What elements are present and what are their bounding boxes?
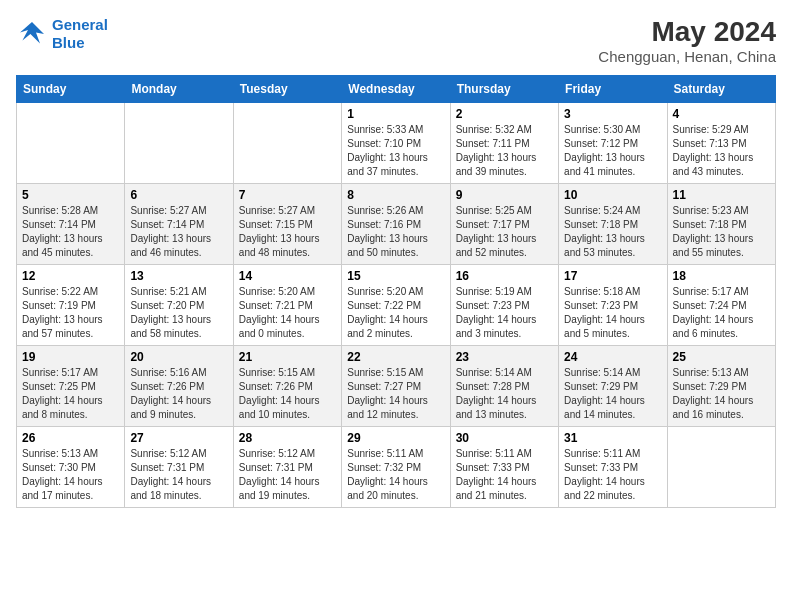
day-number: 10	[564, 188, 661, 202]
calendar-cell: 22Sunrise: 5:15 AM Sunset: 7:27 PM Dayli…	[342, 346, 450, 427]
day-info: Sunrise: 5:17 AM Sunset: 7:25 PM Dayligh…	[22, 366, 119, 422]
col-header-monday: Monday	[125, 76, 233, 103]
logo-line1: General	[52, 16, 108, 33]
day-number: 6	[130, 188, 227, 202]
col-header-sunday: Sunday	[17, 76, 125, 103]
col-header-tuesday: Tuesday	[233, 76, 341, 103]
day-info: Sunrise: 5:33 AM Sunset: 7:10 PM Dayligh…	[347, 123, 444, 179]
day-number: 23	[456, 350, 553, 364]
day-number: 19	[22, 350, 119, 364]
logo: General Blue	[16, 16, 108, 52]
col-header-thursday: Thursday	[450, 76, 558, 103]
calendar-cell	[17, 103, 125, 184]
day-info: Sunrise: 5:30 AM Sunset: 7:12 PM Dayligh…	[564, 123, 661, 179]
day-number: 17	[564, 269, 661, 283]
calendar-cell: 27Sunrise: 5:12 AM Sunset: 7:31 PM Dayli…	[125, 427, 233, 508]
calendar-table: SundayMondayTuesdayWednesdayThursdayFrid…	[16, 75, 776, 508]
calendar-cell: 14Sunrise: 5:20 AM Sunset: 7:21 PM Dayli…	[233, 265, 341, 346]
calendar-cell: 17Sunrise: 5:18 AM Sunset: 7:23 PM Dayli…	[559, 265, 667, 346]
day-number: 30	[456, 431, 553, 445]
calendar-cell: 11Sunrise: 5:23 AM Sunset: 7:18 PM Dayli…	[667, 184, 775, 265]
day-number: 2	[456, 107, 553, 121]
calendar-cell: 15Sunrise: 5:20 AM Sunset: 7:22 PM Dayli…	[342, 265, 450, 346]
col-header-friday: Friday	[559, 76, 667, 103]
calendar-cell: 12Sunrise: 5:22 AM Sunset: 7:19 PM Dayli…	[17, 265, 125, 346]
calendar-cell	[667, 427, 775, 508]
day-number: 27	[130, 431, 227, 445]
day-number: 8	[347, 188, 444, 202]
day-info: Sunrise: 5:32 AM Sunset: 7:11 PM Dayligh…	[456, 123, 553, 179]
day-info: Sunrise: 5:14 AM Sunset: 7:28 PM Dayligh…	[456, 366, 553, 422]
calendar-cell: 7Sunrise: 5:27 AM Sunset: 7:15 PM Daylig…	[233, 184, 341, 265]
calendar-cell: 9Sunrise: 5:25 AM Sunset: 7:17 PM Daylig…	[450, 184, 558, 265]
day-number: 7	[239, 188, 336, 202]
day-number: 28	[239, 431, 336, 445]
calendar-cell: 29Sunrise: 5:11 AM Sunset: 7:32 PM Dayli…	[342, 427, 450, 508]
day-number: 3	[564, 107, 661, 121]
day-number: 1	[347, 107, 444, 121]
calendar-cell	[233, 103, 341, 184]
calendar-cell: 2Sunrise: 5:32 AM Sunset: 7:11 PM Daylig…	[450, 103, 558, 184]
col-header-wednesday: Wednesday	[342, 76, 450, 103]
svg-marker-0	[20, 22, 44, 44]
day-number: 25	[673, 350, 770, 364]
day-number: 24	[564, 350, 661, 364]
day-info: Sunrise: 5:16 AM Sunset: 7:26 PM Dayligh…	[130, 366, 227, 422]
calendar-cell: 30Sunrise: 5:11 AM Sunset: 7:33 PM Dayli…	[450, 427, 558, 508]
calendar-cell: 21Sunrise: 5:15 AM Sunset: 7:26 PM Dayli…	[233, 346, 341, 427]
day-info: Sunrise: 5:15 AM Sunset: 7:27 PM Dayligh…	[347, 366, 444, 422]
day-info: Sunrise: 5:12 AM Sunset: 7:31 PM Dayligh…	[130, 447, 227, 503]
location-subtitle: Chengguan, Henan, China	[598, 48, 776, 65]
day-info: Sunrise: 5:27 AM Sunset: 7:15 PM Dayligh…	[239, 204, 336, 260]
day-number: 5	[22, 188, 119, 202]
day-number: 9	[456, 188, 553, 202]
day-number: 12	[22, 269, 119, 283]
day-number: 22	[347, 350, 444, 364]
day-info: Sunrise: 5:13 AM Sunset: 7:29 PM Dayligh…	[673, 366, 770, 422]
day-number: 16	[456, 269, 553, 283]
day-info: Sunrise: 5:26 AM Sunset: 7:16 PM Dayligh…	[347, 204, 444, 260]
day-number: 20	[130, 350, 227, 364]
calendar-cell: 6Sunrise: 5:27 AM Sunset: 7:14 PM Daylig…	[125, 184, 233, 265]
day-info: Sunrise: 5:28 AM Sunset: 7:14 PM Dayligh…	[22, 204, 119, 260]
calendar-cell: 18Sunrise: 5:17 AM Sunset: 7:24 PM Dayli…	[667, 265, 775, 346]
calendar-cell: 3Sunrise: 5:30 AM Sunset: 7:12 PM Daylig…	[559, 103, 667, 184]
day-info: Sunrise: 5:25 AM Sunset: 7:17 PM Dayligh…	[456, 204, 553, 260]
calendar-cell: 1Sunrise: 5:33 AM Sunset: 7:10 PM Daylig…	[342, 103, 450, 184]
day-info: Sunrise: 5:22 AM Sunset: 7:19 PM Dayligh…	[22, 285, 119, 341]
day-info: Sunrise: 5:27 AM Sunset: 7:14 PM Dayligh…	[130, 204, 227, 260]
day-info: Sunrise: 5:12 AM Sunset: 7:31 PM Dayligh…	[239, 447, 336, 503]
calendar-cell	[125, 103, 233, 184]
title-block: May 2024 Chengguan, Henan, China	[598, 16, 776, 65]
calendar-cell: 13Sunrise: 5:21 AM Sunset: 7:20 PM Dayli…	[125, 265, 233, 346]
day-info: Sunrise: 5:20 AM Sunset: 7:21 PM Dayligh…	[239, 285, 336, 341]
day-info: Sunrise: 5:18 AM Sunset: 7:23 PM Dayligh…	[564, 285, 661, 341]
day-number: 15	[347, 269, 444, 283]
day-info: Sunrise: 5:11 AM Sunset: 7:32 PM Dayligh…	[347, 447, 444, 503]
day-number: 11	[673, 188, 770, 202]
day-number: 13	[130, 269, 227, 283]
day-info: Sunrise: 5:29 AM Sunset: 7:13 PM Dayligh…	[673, 123, 770, 179]
calendar-cell: 10Sunrise: 5:24 AM Sunset: 7:18 PM Dayli…	[559, 184, 667, 265]
day-info: Sunrise: 5:15 AM Sunset: 7:26 PM Dayligh…	[239, 366, 336, 422]
calendar-cell: 24Sunrise: 5:14 AM Sunset: 7:29 PM Dayli…	[559, 346, 667, 427]
day-number: 14	[239, 269, 336, 283]
day-number: 21	[239, 350, 336, 364]
calendar-cell: 20Sunrise: 5:16 AM Sunset: 7:26 PM Dayli…	[125, 346, 233, 427]
day-info: Sunrise: 5:21 AM Sunset: 7:20 PM Dayligh…	[130, 285, 227, 341]
day-info: Sunrise: 5:20 AM Sunset: 7:22 PM Dayligh…	[347, 285, 444, 341]
day-info: Sunrise: 5:13 AM Sunset: 7:30 PM Dayligh…	[22, 447, 119, 503]
day-info: Sunrise: 5:11 AM Sunset: 7:33 PM Dayligh…	[456, 447, 553, 503]
col-header-saturday: Saturday	[667, 76, 775, 103]
day-info: Sunrise: 5:14 AM Sunset: 7:29 PM Dayligh…	[564, 366, 661, 422]
calendar-cell: 16Sunrise: 5:19 AM Sunset: 7:23 PM Dayli…	[450, 265, 558, 346]
logo-icon	[16, 18, 48, 50]
day-number: 26	[22, 431, 119, 445]
day-number: 29	[347, 431, 444, 445]
logo-line2: Blue	[52, 34, 85, 51]
day-info: Sunrise: 5:24 AM Sunset: 7:18 PM Dayligh…	[564, 204, 661, 260]
calendar-cell: 8Sunrise: 5:26 AM Sunset: 7:16 PM Daylig…	[342, 184, 450, 265]
calendar-cell: 19Sunrise: 5:17 AM Sunset: 7:25 PM Dayli…	[17, 346, 125, 427]
calendar-cell: 23Sunrise: 5:14 AM Sunset: 7:28 PM Dayli…	[450, 346, 558, 427]
day-number: 31	[564, 431, 661, 445]
